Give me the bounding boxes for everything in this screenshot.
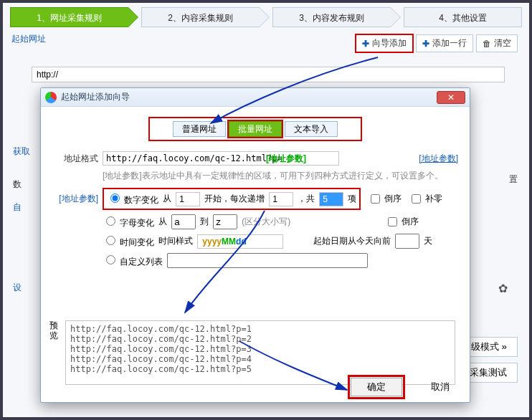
radio-numeric[interactable]: 数字变化 (107, 191, 158, 206)
reverse-checkbox[interactable]: 倒序 (368, 192, 402, 206)
preview-label: 预览 (49, 320, 60, 340)
background-left-labels: 获取 数 自 设 (13, 143, 30, 295)
alpha-reverse-checkbox[interactable]: 倒序 (385, 215, 419, 229)
toolbar: ✚向导添加 ✚添加一行 🗑清空 (356, 34, 518, 52)
preview-box: http://faq.locoy.com/qc-12.html?p=1 http… (65, 320, 455, 385)
clear-button[interactable]: 🗑清空 (476, 34, 518, 52)
add-row-button[interactable]: ✚添加一行 (416, 34, 473, 52)
dialog-title: 起始网址添加向导 (61, 91, 437, 103)
num-step-input[interactable] (269, 192, 293, 206)
trash-icon: 🗑 (483, 39, 491, 49)
time-days-input[interactable] (395, 234, 419, 249)
plus-icon: ✚ (362, 39, 369, 49)
numeric-param-group: 数字变化 从 开始，每次递增 ，共 项 (103, 188, 361, 210)
app-icon (45, 92, 57, 103)
tab-text-import[interactable]: 文本导入 (285, 121, 338, 137)
alpha-to-input[interactable] (213, 214, 237, 229)
alpha-from-input[interactable] (171, 214, 196, 229)
wizard-dialog: 起始网址添加向导 ✕ 普通网址 批量网址 文本导入 地址格式 [地址参数] [地… (40, 87, 470, 403)
time-format-input[interactable]: yyyyMMdd (197, 234, 283, 249)
num-from-input[interactable] (176, 192, 200, 206)
format-param-link[interactable]: [地址参数] (419, 153, 458, 165)
close-icon[interactable]: ✕ (437, 91, 465, 104)
custom-list-input[interactable] (167, 253, 368, 268)
format-label: 地址格式 (52, 153, 98, 165)
step-1[interactable]: 1、网址采集规则 (10, 7, 128, 27)
radio-custom[interactable]: 自定义列表 (103, 253, 163, 268)
plus-icon: ✚ (422, 39, 429, 49)
gear-icon[interactable]: ✿ (498, 282, 508, 295)
step-2[interactable]: 2、内容采集规则 (141, 7, 260, 27)
pad-checkbox[interactable]: 补零 (409, 192, 442, 206)
start-url-input[interactable] (32, 67, 505, 82)
wizard-add-button[interactable]: ✚向导添加 (356, 34, 413, 52)
tab-normal-url[interactable]: 普通网址 (173, 121, 226, 137)
radio-time[interactable]: 时间变化 (103, 234, 154, 249)
format-hint: [地址参数]表示地址中具有一定规律性的区域，可用下列四种方式进行定义，可设置多个… (103, 170, 458, 182)
step-3[interactable]: 3、内容发布规则 (272, 7, 391, 27)
radio-alpha[interactable]: 字母变化 (103, 214, 154, 229)
param-label: [地址参数] (52, 193, 98, 205)
format-input[interactable] (103, 151, 339, 166)
dialog-titlebar: 起始网址添加向导 ✕ (41, 88, 470, 107)
step-4[interactable]: 4、其他设置 (404, 7, 522, 27)
ok-button[interactable]: 确定 (351, 378, 402, 396)
cancel-button[interactable]: 取消 (424, 378, 457, 396)
num-count-input[interactable] (319, 192, 343, 206)
dialog-tabs: 普通网址 批量网址 文本导入 (148, 117, 362, 141)
wizard-steps: 1、网址采集规则 2、内容采集规则 3、内容发布规则 4、其他设置 (10, 7, 522, 27)
bg-right-label: 置 (509, 173, 518, 186)
tab-batch-url[interactable]: 批量网址 (229, 121, 282, 137)
